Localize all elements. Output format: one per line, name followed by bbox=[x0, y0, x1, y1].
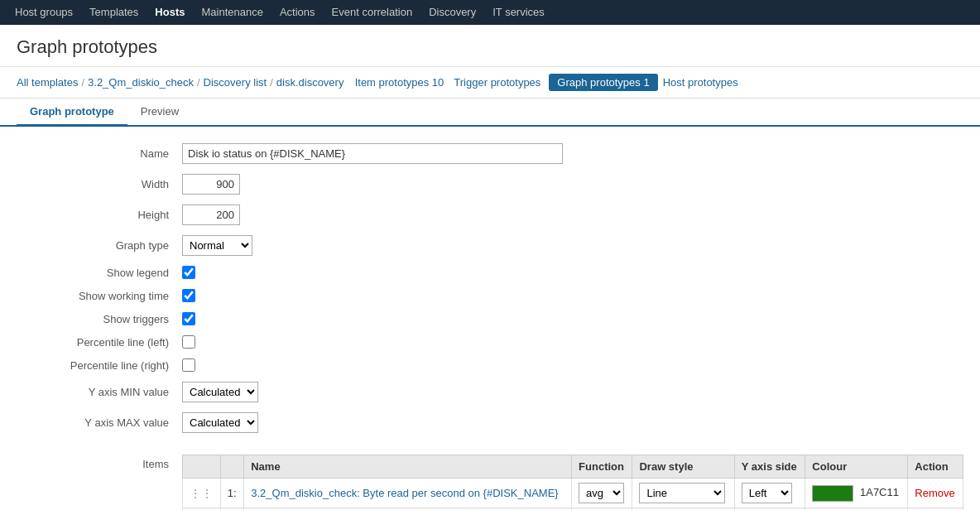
breadcrumb: All templates / 3.2_Qm_diskio_check / Di… bbox=[0, 67, 980, 99]
width-input[interactable] bbox=[182, 174, 240, 195]
item-num: 1: bbox=[220, 479, 243, 508]
show-working-time-checkbox[interactable] bbox=[182, 289, 195, 302]
col-y-axis-side: Y axis side bbox=[734, 455, 805, 479]
percentile-left-checkbox[interactable] bbox=[182, 335, 195, 349]
function-select[interactable]: avgminmaxalllast bbox=[579, 483, 624, 503]
item-name: 3.2_Qm_diskio_check: Byte read per secon… bbox=[244, 479, 572, 508]
items-label: Items bbox=[17, 451, 182, 470]
y-axis-side-select[interactable]: LeftRight bbox=[742, 483, 792, 503]
breadcrumb-sep-3: / bbox=[270, 76, 273, 89]
tab-graph-prototypes[interactable]: Graph prototypes 1 bbox=[549, 74, 657, 91]
show-working-time-row: Show working time bbox=[17, 289, 963, 302]
percentile-right-row: Percentile line (right) bbox=[17, 358, 963, 372]
top-nav: Host groups Templates Hosts Maintenance … bbox=[0, 0, 980, 25]
nav-it-services[interactable]: IT services bbox=[484, 0, 553, 25]
page-title: Graph prototypes bbox=[17, 36, 963, 58]
breadcrumb-disk-discovery[interactable]: disk.discovery bbox=[276, 76, 344, 89]
name-label: Name bbox=[17, 147, 182, 160]
item-action: Remove bbox=[908, 479, 963, 508]
percentile-left-row: Percentile line (left) bbox=[17, 335, 963, 349]
tab-graph-prototype[interactable]: Graph prototype bbox=[17, 99, 127, 127]
y-axis-min-select[interactable]: Calculated Fixed Item bbox=[182, 382, 258, 402]
tab-trigger-prototypes[interactable]: Trigger prototypes bbox=[449, 74, 545, 91]
y-axis-max-row: Y axis MAX value Calculated Fixed Item bbox=[17, 412, 963, 433]
nav-event-correlation[interactable]: Event correlation bbox=[324, 0, 421, 25]
nav-templates[interactable]: Templates bbox=[81, 0, 147, 25]
nav-maintenance[interactable]: Maintenance bbox=[193, 0, 271, 25]
col-draw-style: Draw style bbox=[632, 455, 734, 479]
item-colour: 1A7C11 bbox=[805, 479, 908, 508]
height-row: Height bbox=[17, 204, 963, 225]
item-draw-style: LineFilled regionBold lineDotDashed line… bbox=[632, 479, 734, 508]
col-colour: Colour bbox=[805, 455, 908, 479]
percentile-right-label: Percentile line (right) bbox=[17, 359, 182, 372]
height-label: Height bbox=[17, 209, 182, 221]
show-legend-label: Show legend bbox=[17, 267, 182, 279]
item-function: avgminmaxalllast bbox=[572, 479, 632, 508]
col-action: Action bbox=[908, 455, 963, 479]
breadcrumb-all-templates[interactable]: All templates bbox=[17, 76, 78, 89]
graph-type-select[interactable]: Normal Stacked Pie Exploded bbox=[182, 235, 252, 256]
show-working-time-label: Show working time bbox=[17, 290, 182, 302]
height-input[interactable] bbox=[182, 204, 240, 225]
nav-host-groups[interactable]: Host groups bbox=[7, 0, 81, 25]
show-legend-checkbox[interactable] bbox=[182, 266, 195, 279]
y-axis-max-label: Y axis MAX value bbox=[17, 416, 182, 429]
breadcrumb-sep-1: / bbox=[81, 76, 84, 89]
tab-item-prototypes[interactable]: Item prototypes 10 bbox=[350, 74, 449, 91]
nav-actions[interactable]: Actions bbox=[271, 0, 324, 25]
width-label: Width bbox=[17, 178, 182, 190]
form-tabs: Graph prototype Preview bbox=[0, 99, 980, 127]
drag-handle[interactable]: ⋮⋮ bbox=[183, 479, 221, 508]
breadcrumb-sep-2: / bbox=[197, 76, 200, 89]
breadcrumb-discovery-list[interactable]: Discovery list bbox=[204, 76, 267, 89]
name-row: Name bbox=[17, 143, 963, 164]
show-triggers-checkbox[interactable] bbox=[182, 312, 195, 325]
items-label-row: Items Name Function Draw style Y axis si… bbox=[17, 451, 963, 510]
col-num bbox=[220, 455, 243, 479]
items-table-wrap: Name Function Draw style Y axis side Col… bbox=[182, 451, 963, 510]
table-row: ⋮⋮ 1: 3.2_Qm_diskio_check: Byte read per… bbox=[183, 479, 963, 508]
items-section: Items Name Function Draw style Y axis si… bbox=[0, 451, 980, 510]
color-swatch[interactable] bbox=[812, 485, 853, 502]
item-y-axis-side: LeftRight bbox=[734, 479, 805, 508]
show-legend-row: Show legend bbox=[17, 266, 963, 279]
name-input[interactable] bbox=[182, 143, 563, 164]
col-drag bbox=[183, 455, 221, 479]
draw-style-select[interactable]: LineFilled regionBold lineDotDashed line… bbox=[639, 483, 725, 503]
col-name: Name bbox=[244, 455, 572, 479]
y-axis-max-select[interactable]: Calculated Fixed Item bbox=[182, 412, 258, 433]
page-title-section: Graph prototypes bbox=[0, 25, 980, 67]
nav-hosts[interactable]: Hosts bbox=[147, 0, 193, 25]
table-header-row: Name Function Draw style Y axis side Col… bbox=[183, 455, 963, 479]
width-row: Width bbox=[17, 174, 963, 195]
breadcrumb-template[interactable]: 3.2_Qm_diskio_check bbox=[88, 76, 194, 89]
show-triggers-label: Show triggers bbox=[17, 313, 182, 325]
nav-discovery[interactable]: Discovery bbox=[420, 0, 484, 25]
item-name-link[interactable]: 3.2_Qm_diskio_check: Byte read per secon… bbox=[251, 487, 558, 499]
tab-preview[interactable]: Preview bbox=[127, 99, 192, 127]
col-function: Function bbox=[572, 455, 632, 479]
items-table: Name Function Draw style Y axis side Col… bbox=[182, 455, 963, 510]
graph-type-label: Graph type bbox=[17, 239, 182, 252]
y-axis-min-label: Y axis MIN value bbox=[17, 386, 182, 398]
graph-type-row: Graph type Normal Stacked Pie Exploded bbox=[17, 235, 963, 256]
y-axis-min-row: Y axis MIN value Calculated Fixed Item bbox=[17, 382, 963, 402]
form-area: Name Width Height Graph type Normal Stac… bbox=[0, 127, 980, 451]
percentile-right-checkbox[interactable] bbox=[182, 358, 195, 372]
percentile-left-label: Percentile line (left) bbox=[17, 336, 182, 349]
remove-link[interactable]: Remove bbox=[915, 487, 954, 499]
color-hex-label: 1A7C11 bbox=[860, 486, 899, 498]
show-triggers-row: Show triggers bbox=[17, 312, 963, 325]
tab-host-prototypes[interactable]: Host prototypes bbox=[658, 74, 743, 91]
